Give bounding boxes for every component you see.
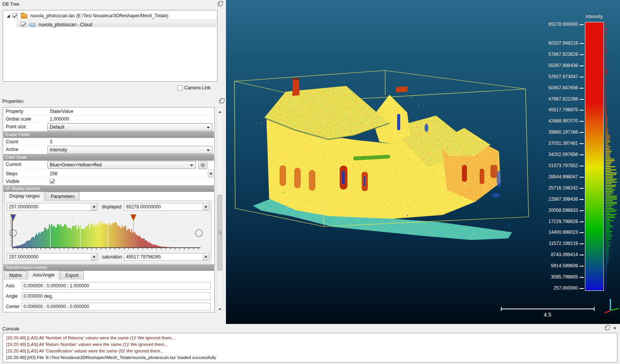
tree-item-root[interactable]: nuvola_photoscan.las (E:/Tesi Novalesa/3… bbox=[3, 12, 217, 19]
table-header-row: Property State/Value bbox=[3, 107, 214, 115]
float-window-icon[interactable] bbox=[218, 3, 222, 6]
display-ranges-pane: 257.00000000 displayed 65278.00000000 25… bbox=[4, 200, 212, 263]
range-min-input[interactable]: 257.00000000 bbox=[7, 203, 98, 211]
tree-item-cloud[interactable]: nuvola_photoscan - Cloud bbox=[3, 20, 217, 28]
y-axis-icon bbox=[611, 309, 619, 310]
section-scalar-fields: Scalar Fields bbox=[3, 131, 214, 138]
properties-scrollbar[interactable] bbox=[217, 107, 223, 312]
console-message: [15:20:49] [LAS] All 'Number of Returns'… bbox=[6, 335, 617, 341]
color-ramp-tick-mark bbox=[580, 99, 584, 100]
color-ramp-tick-label: 65278.000000 bbox=[548, 22, 578, 27]
tab-export[interactable]: Export bbox=[60, 271, 84, 280]
tab-parameters[interactable]: Parameters bbox=[45, 192, 79, 201]
float-window-icon[interactable] bbox=[605, 327, 609, 330]
color-ramp-tick-label: 5914.599609 bbox=[551, 263, 578, 268]
displayed-label: displayed bbox=[102, 204, 121, 210]
tree-cloud-label[interactable]: nuvola_photoscan - Cloud bbox=[39, 22, 92, 27]
min-marker[interactable] bbox=[10, 215, 16, 221]
color-ramp-tick-mark bbox=[580, 177, 584, 178]
color-ramp-tick-label: 17229.798828 bbox=[548, 219, 578, 224]
tab-matrix[interactable]: Matrix bbox=[4, 271, 27, 280]
color-ramp-tick-label: 45517.796875 bbox=[548, 107, 578, 112]
visible-checkbox[interactable] bbox=[50, 179, 55, 184]
scroll-up-button[interactable] bbox=[217, 107, 222, 113]
scale-bar bbox=[501, 309, 595, 309]
count-row: Count 3 bbox=[3, 138, 214, 146]
tab-axis-angle[interactable]: Axis/Angle bbox=[28, 270, 60, 280]
column-property: Property bbox=[6, 109, 23, 114]
color-ramp-tick-label: 257.000000 bbox=[554, 285, 578, 291]
color-ramp-tick-mark bbox=[580, 110, 584, 111]
saturation-marker[interactable] bbox=[131, 215, 136, 221]
tree-cloud-checkbox[interactable] bbox=[21, 22, 26, 27]
displayed-max-input[interactable]: 65278.00000000 bbox=[124, 203, 210, 211]
color-ramp-tick-label: 11572.199219 bbox=[549, 241, 578, 246]
expander-icon[interactable] bbox=[7, 14, 10, 18]
angle-value-field[interactable]: 0.000000 deg. bbox=[22, 292, 211, 300]
sf-display-tabs: Display rangesParameters bbox=[4, 191, 80, 201]
active-sf-dropdown[interactable]: Intensity bbox=[47, 146, 212, 154]
color-ramp-tick-label: 47987.822266 bbox=[548, 96, 578, 102]
steps-row: Steps 256 bbox=[3, 170, 214, 178]
range-min-spinner[interactable] bbox=[91, 203, 97, 210]
active-label: Active bbox=[6, 147, 19, 152]
steps-spinner[interactable] bbox=[208, 170, 214, 177]
section-color-scale: Color Scale bbox=[3, 154, 214, 161]
color-ramp-tick-label: 57867.923828 bbox=[548, 52, 578, 57]
scroll-down-button[interactable] bbox=[217, 306, 222, 312]
console-message: [15:20:49] [LAS] All 'Classification' va… bbox=[6, 348, 617, 354]
center-value-field[interactable]: 0.000000 ; 0.000000 ; 0.000000 bbox=[22, 303, 211, 310]
orientation-gizmo bbox=[605, 299, 619, 313]
gear-icon bbox=[199, 161, 207, 169]
color-ramp-tick-mark bbox=[580, 232, 584, 233]
color-ramp-tick-mark bbox=[580, 88, 584, 89]
tree-root-label[interactable]: nuvola_photoscan.las (E:/Tesi Novalesa/3… bbox=[30, 13, 168, 18]
color-ramp-tick-label: 52927.873047 bbox=[548, 74, 578, 79]
color-ramp-tick-mark bbox=[580, 266, 584, 267]
close-icon[interactable]: × bbox=[613, 325, 616, 330]
transformation-tabs: MatrixAxis/AngleExport bbox=[4, 270, 84, 280]
console-log[interactable]: [15:20:49] [LAS] All 'Number of Returns'… bbox=[3, 333, 617, 362]
bounding-box-back-edges bbox=[234, 70, 526, 101]
db-tree-view[interactable]: nuvola_photoscan.las (E:/Tesi Novalesa/3… bbox=[3, 10, 217, 82]
color-ramp-tick-label: 34202.597656 bbox=[548, 152, 578, 157]
x-axis-icon bbox=[605, 311, 610, 313]
saturation-max-spinner[interactable] bbox=[203, 253, 209, 260]
camera-link-checkbox[interactable] bbox=[177, 86, 182, 91]
axis-value-field[interactable]: 0.000000 ; 0.000000 ; 1.000000 bbox=[22, 282, 211, 290]
properties-table: Property State/Value Global scale 1.0000… bbox=[3, 107, 215, 312]
color-ramp-tick-label: 39860.197266 bbox=[548, 129, 578, 135]
color-scale-editor-button[interactable] bbox=[198, 161, 207, 169]
column-value: State/Value bbox=[50, 109, 73, 114]
console-panel: Console × [15:20:49] [LAS] All 'Number o… bbox=[0, 324, 620, 364]
properties-title: Properties bbox=[0, 97, 226, 106]
global-scale-value: 1.000000 bbox=[50, 116, 69, 122]
gl-viewport[interactable]: Intensity 65278.00000060337.94921957867.… bbox=[226, 0, 620, 324]
color-ramp-tick-label: 25716.198242 bbox=[548, 185, 578, 191]
count-label: Count bbox=[6, 139, 18, 144]
saturation-max-input[interactable]: 45517.79796265 bbox=[124, 253, 210, 261]
point-size-dropdown[interactable]: Default bbox=[47, 123, 212, 131]
saturation-min-input[interactable]: 257.00000000 bbox=[7, 253, 98, 261]
color-ramp-tick-label: 42688.997070 bbox=[548, 118, 578, 124]
tab-display-ranges[interactable]: Display ranges bbox=[4, 191, 45, 201]
sf-histogram[interactable] bbox=[7, 212, 210, 252]
color-ramp-tick-mark bbox=[580, 288, 584, 289]
color-ramp-tick-mark bbox=[580, 54, 584, 55]
tree-root-checkbox[interactable] bbox=[12, 13, 17, 18]
float-window-icon[interactable] bbox=[219, 100, 224, 103]
church-point-cloud bbox=[249, 78, 519, 243]
cloud-icon bbox=[29, 23, 36, 27]
displayed-max-spinner[interactable] bbox=[203, 203, 209, 210]
color-ramp-tick-mark bbox=[580, 143, 584, 144]
scrollbar-thumb[interactable] bbox=[217, 195, 222, 270]
camera-link-label: Camera Link bbox=[184, 85, 211, 91]
saturation-min-spinner[interactable] bbox=[91, 253, 97, 260]
color-ramp-tick-mark bbox=[580, 121, 584, 122]
point-size-label: Point size bbox=[6, 124, 26, 129]
color-ramp-tick-label: 55397.898438 bbox=[548, 63, 578, 68]
color-ramp-tick-mark bbox=[580, 277, 584, 278]
color-ramp-bar bbox=[585, 22, 604, 291]
section-transformation-history: Transformation history bbox=[3, 264, 214, 271]
color-scale-dropdown[interactable]: Blue>Green>Yellow>Red bbox=[47, 161, 196, 169]
